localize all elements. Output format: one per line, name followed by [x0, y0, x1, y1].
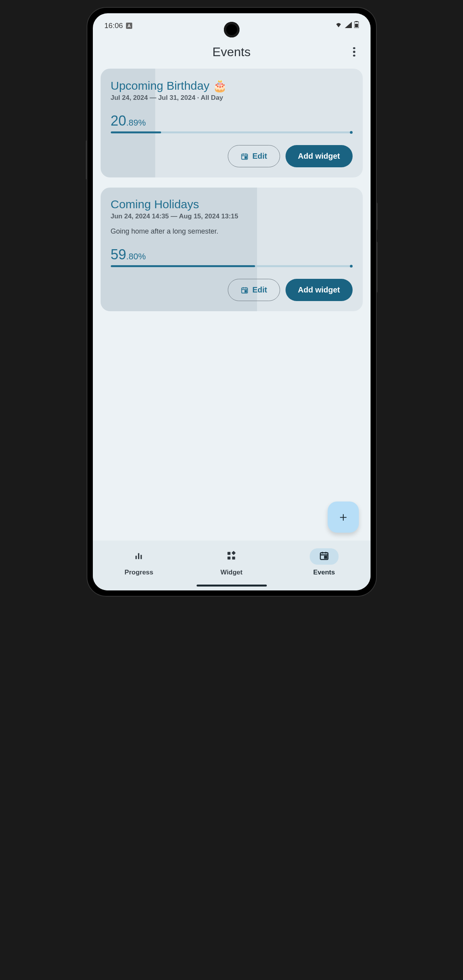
- svg-rect-13: [135, 556, 137, 559]
- phone-side-button: [376, 203, 378, 230]
- add-widget-button[interactable]: Add widget: [286, 279, 353, 301]
- add-widget-button[interactable]: Add widget: [286, 145, 353, 167]
- progress-bar: [111, 265, 353, 267]
- percent-int: 20: [111, 113, 126, 129]
- nav-label: Events: [313, 569, 335, 576]
- edit-label: Edit: [252, 152, 267, 161]
- phone-frame: 16:06 A Events: [87, 8, 376, 596]
- add-widget-label: Add widget: [298, 152, 340, 161]
- edit-button[interactable]: Edit: [228, 279, 280, 301]
- add-widget-label: Add widget: [298, 285, 340, 294]
- phone-volume-button: [86, 140, 87, 179]
- phone-power-button: [376, 242, 378, 292]
- add-event-fab[interactable]: ＋: [328, 502, 359, 533]
- svg-rect-15: [140, 555, 142, 559]
- svg-rect-18: [232, 556, 236, 560]
- svg-rect-14: [138, 553, 139, 559]
- calendar-icon: [319, 555, 329, 562]
- event-title: Upcoming Birthday 🎂: [111, 79, 353, 92]
- wifi-icon: [335, 21, 342, 30]
- status-left: 16:06 A: [105, 21, 133, 30]
- calendar-icon: [241, 286, 248, 294]
- progress-end-dot: [350, 265, 353, 268]
- progress-end-dot: [350, 131, 353, 134]
- svg-rect-7: [245, 156, 247, 158]
- card-actions: Edit Add widget: [111, 279, 353, 301]
- percent-frac: .89%: [126, 118, 146, 128]
- event-date: Jul 24, 2024 — Jul 31, 2024 · All Day: [111, 94, 353, 102]
- bar-chart-icon: [134, 555, 144, 562]
- svg-rect-17: [228, 556, 231, 560]
- screen: 16:06 A Events: [93, 13, 371, 590]
- svg-rect-19: [232, 551, 236, 555]
- nav-label: Progress: [124, 569, 153, 576]
- progress-fill: [111, 131, 161, 133]
- percent-frac: .80%: [126, 252, 146, 262]
- event-description: Going home after a long semester.: [111, 227, 353, 236]
- widget-icon: [226, 555, 236, 562]
- nav-label: Widget: [220, 569, 243, 576]
- status-time: 16:06: [105, 21, 123, 30]
- signal-icon: [345, 21, 352, 30]
- status-right: [335, 21, 359, 30]
- percent-int: 59: [111, 246, 126, 263]
- bottom-nav: Progress Widget Events: [93, 541, 371, 590]
- edit-label: Edit: [252, 285, 267, 294]
- event-percent: 20 .89%: [111, 113, 353, 129]
- home-indicator[interactable]: [197, 585, 267, 587]
- svg-rect-16: [228, 552, 231, 555]
- edit-button[interactable]: Edit: [228, 145, 280, 167]
- event-card[interactable]: Coming Holidays Jun 24, 2024 14:35 — Aug…: [101, 188, 363, 311]
- event-percent: 59 .80%: [111, 246, 353, 263]
- calendar-icon: [241, 152, 248, 160]
- page-title: Events: [213, 45, 251, 59]
- event-title: Coming Holidays: [111, 198, 353, 211]
- progress-fill: [111, 265, 255, 267]
- nav-events[interactable]: Events: [278, 548, 370, 576]
- more-menu-button[interactable]: [349, 47, 359, 57]
- battery-icon: [354, 21, 359, 30]
- progress-bar: [111, 131, 353, 133]
- status-a-icon: A: [126, 23, 132, 29]
- svg-rect-12: [245, 290, 247, 292]
- camera-notch: [224, 22, 239, 37]
- content-area: Upcoming Birthday 🎂 Jul 24, 2024 — Jul 3…: [93, 69, 371, 541]
- nav-progress[interactable]: Progress: [93, 548, 185, 576]
- event-card[interactable]: Upcoming Birthday 🎂 Jul 24, 2024 — Jul 3…: [101, 69, 363, 177]
- nav-widget[interactable]: Widget: [185, 548, 278, 576]
- card-actions: Edit Add widget: [111, 145, 353, 167]
- header: Events: [93, 33, 371, 69]
- event-date: Jun 24, 2024 14:35 — Aug 15, 2024 13:15: [111, 213, 353, 220]
- svg-rect-24: [325, 556, 326, 558]
- plus-icon: ＋: [337, 509, 349, 526]
- svg-rect-2: [355, 24, 358, 27]
